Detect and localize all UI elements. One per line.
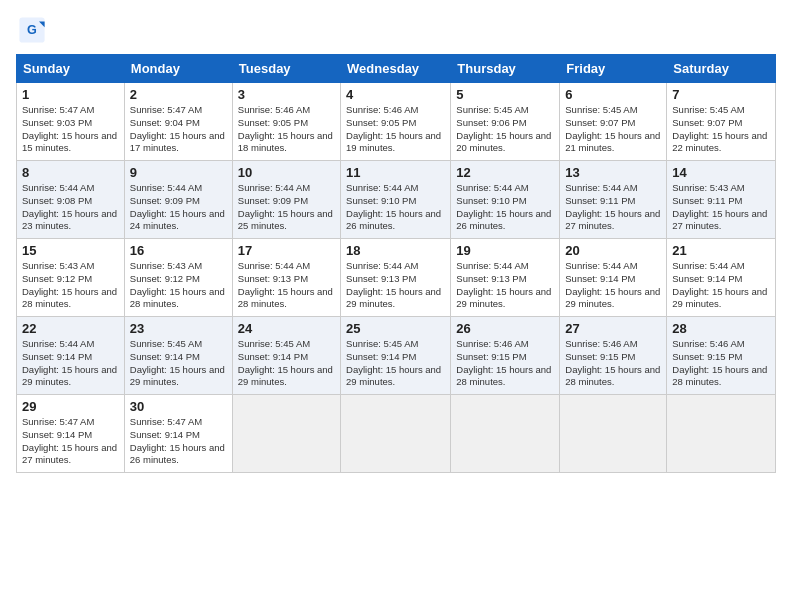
day-cell: 3Sunrise: 5:46 AMSunset: 9:05 PMDaylight… [232,83,340,161]
weekday-wednesday: Wednesday [341,55,451,83]
weekday-tuesday: Tuesday [232,55,340,83]
day-cell: 14Sunrise: 5:43 AMSunset: 9:11 PMDayligh… [667,161,776,239]
day-number: 17 [238,243,335,258]
day-number: 3 [238,87,335,102]
day-number: 25 [346,321,445,336]
day-cell: 19Sunrise: 5:44 AMSunset: 9:13 PMDayligh… [451,239,560,317]
day-number: 14 [672,165,770,180]
day-info: Sunrise: 5:46 AMSunset: 9:15 PMDaylight:… [672,338,770,389]
day-number: 29 [22,399,119,414]
day-number: 8 [22,165,119,180]
day-number: 23 [130,321,227,336]
week-row-2: 8Sunrise: 5:44 AMSunset: 9:08 PMDaylight… [17,161,776,239]
header: G [16,16,776,44]
day-cell: 21Sunrise: 5:44 AMSunset: 9:14 PMDayligh… [667,239,776,317]
day-info: Sunrise: 5:45 AMSunset: 9:07 PMDaylight:… [672,104,770,155]
day-info: Sunrise: 5:44 AMSunset: 9:14 PMDaylight:… [672,260,770,311]
day-cell: 16Sunrise: 5:43 AMSunset: 9:12 PMDayligh… [124,239,232,317]
day-info: Sunrise: 5:46 AMSunset: 9:15 PMDaylight:… [456,338,554,389]
weekday-saturday: Saturday [667,55,776,83]
day-cell: 11Sunrise: 5:44 AMSunset: 9:10 PMDayligh… [341,161,451,239]
day-info: Sunrise: 5:45 AMSunset: 9:07 PMDaylight:… [565,104,661,155]
day-info: Sunrise: 5:43 AMSunset: 9:12 PMDaylight:… [22,260,119,311]
day-info: Sunrise: 5:45 AMSunset: 9:14 PMDaylight:… [346,338,445,389]
day-cell: 6Sunrise: 5:45 AMSunset: 9:07 PMDaylight… [560,83,667,161]
day-cell: 20Sunrise: 5:44 AMSunset: 9:14 PMDayligh… [560,239,667,317]
weekday-thursday: Thursday [451,55,560,83]
day-info: Sunrise: 5:44 AMSunset: 9:11 PMDaylight:… [565,182,661,233]
day-info: Sunrise: 5:47 AMSunset: 9:14 PMDaylight:… [130,416,227,467]
logo: G [16,16,46,44]
day-info: Sunrise: 5:46 AMSunset: 9:05 PMDaylight:… [238,104,335,155]
day-number: 12 [456,165,554,180]
day-number: 15 [22,243,119,258]
day-cell: 23Sunrise: 5:45 AMSunset: 9:14 PMDayligh… [124,317,232,395]
day-info: Sunrise: 5:46 AMSunset: 9:15 PMDaylight:… [565,338,661,389]
day-cell: 1Sunrise: 5:47 AMSunset: 9:03 PMDaylight… [17,83,125,161]
day-cell: 27Sunrise: 5:46 AMSunset: 9:15 PMDayligh… [560,317,667,395]
week-row-5: 29Sunrise: 5:47 AMSunset: 9:14 PMDayligh… [17,395,776,473]
day-cell: 7Sunrise: 5:45 AMSunset: 9:07 PMDaylight… [667,83,776,161]
day-number: 7 [672,87,770,102]
day-info: Sunrise: 5:44 AMSunset: 9:09 PMDaylight:… [238,182,335,233]
weekday-monday: Monday [124,55,232,83]
day-cell: 9Sunrise: 5:44 AMSunset: 9:09 PMDaylight… [124,161,232,239]
day-info: Sunrise: 5:44 AMSunset: 9:10 PMDaylight:… [456,182,554,233]
day-cell: 10Sunrise: 5:44 AMSunset: 9:09 PMDayligh… [232,161,340,239]
day-number: 19 [456,243,554,258]
day-number: 1 [22,87,119,102]
day-cell: 30Sunrise: 5:47 AMSunset: 9:14 PMDayligh… [124,395,232,473]
day-info: Sunrise: 5:44 AMSunset: 9:08 PMDaylight:… [22,182,119,233]
day-cell: 4Sunrise: 5:46 AMSunset: 9:05 PMDaylight… [341,83,451,161]
day-info: Sunrise: 5:45 AMSunset: 9:14 PMDaylight:… [238,338,335,389]
day-number: 28 [672,321,770,336]
weekday-header-row: SundayMondayTuesdayWednesdayThursdayFrid… [17,55,776,83]
logo-icon: G [18,16,46,44]
day-number: 9 [130,165,227,180]
day-number: 27 [565,321,661,336]
day-number: 10 [238,165,335,180]
day-cell: 26Sunrise: 5:46 AMSunset: 9:15 PMDayligh… [451,317,560,395]
day-cell: 24Sunrise: 5:45 AMSunset: 9:14 PMDayligh… [232,317,340,395]
day-number: 22 [22,321,119,336]
day-number: 24 [238,321,335,336]
day-cell: 22Sunrise: 5:44 AMSunset: 9:14 PMDayligh… [17,317,125,395]
week-row-3: 15Sunrise: 5:43 AMSunset: 9:12 PMDayligh… [17,239,776,317]
day-info: Sunrise: 5:47 AMSunset: 9:14 PMDaylight:… [22,416,119,467]
day-cell: 25Sunrise: 5:45 AMSunset: 9:14 PMDayligh… [341,317,451,395]
day-cell [341,395,451,473]
day-info: Sunrise: 5:45 AMSunset: 9:06 PMDaylight:… [456,104,554,155]
day-info: Sunrise: 5:47 AMSunset: 9:03 PMDaylight:… [22,104,119,155]
calendar-table: SundayMondayTuesdayWednesdayThursdayFrid… [16,54,776,473]
day-info: Sunrise: 5:44 AMSunset: 9:10 PMDaylight:… [346,182,445,233]
day-cell: 12Sunrise: 5:44 AMSunset: 9:10 PMDayligh… [451,161,560,239]
day-info: Sunrise: 5:46 AMSunset: 9:05 PMDaylight:… [346,104,445,155]
day-info: Sunrise: 5:44 AMSunset: 9:13 PMDaylight:… [456,260,554,311]
day-cell: 18Sunrise: 5:44 AMSunset: 9:13 PMDayligh… [341,239,451,317]
day-cell [667,395,776,473]
day-number: 13 [565,165,661,180]
day-number: 30 [130,399,227,414]
day-cell: 15Sunrise: 5:43 AMSunset: 9:12 PMDayligh… [17,239,125,317]
day-info: Sunrise: 5:44 AMSunset: 9:14 PMDaylight:… [565,260,661,311]
day-info: Sunrise: 5:47 AMSunset: 9:04 PMDaylight:… [130,104,227,155]
day-cell: 17Sunrise: 5:44 AMSunset: 9:13 PMDayligh… [232,239,340,317]
day-cell: 8Sunrise: 5:44 AMSunset: 9:08 PMDaylight… [17,161,125,239]
day-info: Sunrise: 5:44 AMSunset: 9:14 PMDaylight:… [22,338,119,389]
day-info: Sunrise: 5:45 AMSunset: 9:14 PMDaylight:… [130,338,227,389]
day-cell: 28Sunrise: 5:46 AMSunset: 9:15 PMDayligh… [667,317,776,395]
day-cell: 29Sunrise: 5:47 AMSunset: 9:14 PMDayligh… [17,395,125,473]
day-number: 6 [565,87,661,102]
weekday-friday: Friday [560,55,667,83]
week-row-1: 1Sunrise: 5:47 AMSunset: 9:03 PMDaylight… [17,83,776,161]
day-cell [560,395,667,473]
day-number: 18 [346,243,445,258]
day-number: 2 [130,87,227,102]
day-cell: 13Sunrise: 5:44 AMSunset: 9:11 PMDayligh… [560,161,667,239]
day-info: Sunrise: 5:44 AMSunset: 9:13 PMDaylight:… [238,260,335,311]
day-number: 21 [672,243,770,258]
weekday-sunday: Sunday [17,55,125,83]
calendar-container: G SundayMondayTuesdayWednesdayThursdayFr… [0,0,792,481]
day-number: 20 [565,243,661,258]
day-cell: 5Sunrise: 5:45 AMSunset: 9:06 PMDaylight… [451,83,560,161]
